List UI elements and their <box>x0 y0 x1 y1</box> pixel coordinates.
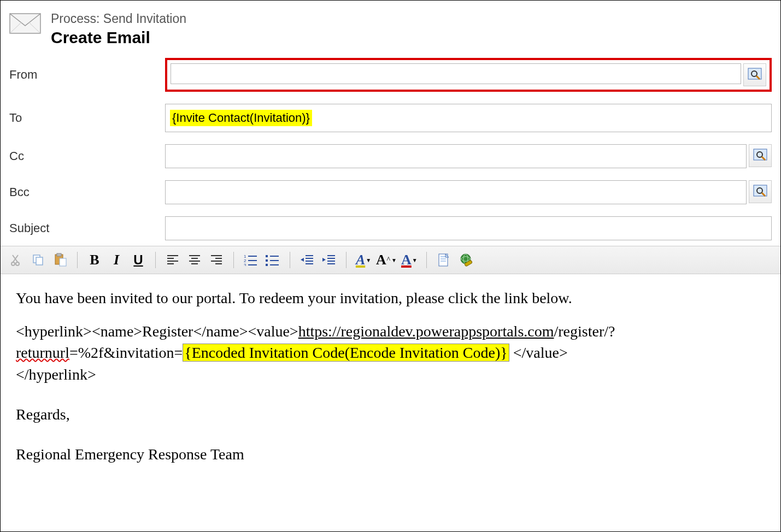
process-breadcrumb: Process: Send Invitation <box>51 11 186 26</box>
svg-point-10 <box>11 262 15 265</box>
svg-rect-4 <box>754 149 767 160</box>
body-signature: Regional Emergency Response Team <box>16 444 765 465</box>
toolbar-separator <box>426 252 427 268</box>
svg-marker-50 <box>322 258 326 262</box>
svg-rect-1 <box>748 68 761 79</box>
insert-template-button[interactable] <box>434 251 453 269</box>
svg-rect-15 <box>57 253 61 256</box>
svg-rect-13 <box>36 257 43 265</box>
align-center-button[interactable] <box>185 251 204 269</box>
svg-rect-35 <box>266 255 268 257</box>
svg-rect-16 <box>60 258 66 266</box>
outdent-button[interactable] <box>298 251 316 269</box>
from-field-highlight <box>165 58 772 92</box>
body-hyperlink-block: <hyperlink><name>Register</name><value>h… <box>16 321 765 385</box>
align-left-button[interactable] <box>163 251 182 269</box>
subject-input[interactable] <box>165 216 772 240</box>
rte-toolbar: B I U 123 A▼ A^▼ A▼ <box>1 246 780 274</box>
insert-hyperlink-button[interactable] <box>456 251 475 269</box>
invitation-code-token: {Encoded Invitation Code(Encode Invitati… <box>183 344 509 362</box>
to-contact-token: {Invite Contact(Invitation)} <box>170 110 312 126</box>
body-intro-line: You have been invited to our portal. To … <box>16 287 765 309</box>
toolbar-separator <box>155 252 156 268</box>
bulleted-list-button[interactable] <box>263 251 282 269</box>
toolbar-separator <box>290 252 290 268</box>
svg-rect-36 <box>266 259 268 262</box>
cc-input[interactable] <box>165 144 747 168</box>
svg-rect-0 <box>10 14 40 33</box>
bcc-input[interactable] <box>165 180 747 204</box>
svg-rect-37 <box>266 264 268 266</box>
from-lookup-button[interactable] <box>743 63 766 86</box>
bcc-label: Bcc <box>9 185 165 199</box>
cc-label: Cc <box>9 149 165 163</box>
toolbar-separator <box>233 252 234 268</box>
svg-text:3: 3 <box>244 263 246 266</box>
svg-rect-7 <box>754 185 767 196</box>
paste-button[interactable] <box>51 251 69 269</box>
cc-lookup-button[interactable] <box>749 144 772 167</box>
page-title: Create Email <box>51 28 186 47</box>
italic-button[interactable]: I <box>107 251 126 269</box>
to-input[interactable]: {Invite Contact(Invitation)} <box>165 104 772 132</box>
body-regards: Regards, <box>16 404 765 425</box>
align-right-button[interactable] <box>207 251 226 269</box>
indent-button[interactable] <box>320 251 338 269</box>
from-input[interactable] <box>171 63 741 84</box>
svg-marker-45 <box>301 258 304 262</box>
toolbar-separator <box>77 252 78 268</box>
cut-button[interactable] <box>7 251 26 269</box>
email-body-editor[interactable]: You have been invited to our portal. To … <box>1 274 780 482</box>
bcc-lookup-button[interactable] <box>749 180 772 203</box>
to-label: To <box>9 111 165 125</box>
underline-button[interactable]: U <box>129 251 148 269</box>
svg-point-11 <box>16 262 19 265</box>
bold-button[interactable]: B <box>85 251 104 269</box>
copy-button[interactable] <box>29 251 48 269</box>
numbered-list-button[interactable]: 123 <box>242 251 260 269</box>
highlight-color-button[interactable]: A▼ <box>354 251 373 269</box>
envelope-icon <box>9 11 41 36</box>
from-label: From <box>9 68 165 82</box>
font-color-button[interactable]: A▼ <box>400 251 419 269</box>
subject-label: Subject <box>9 221 165 235</box>
font-size-button[interactable]: A^▼ <box>376 251 397 269</box>
toolbar-separator <box>346 252 347 268</box>
